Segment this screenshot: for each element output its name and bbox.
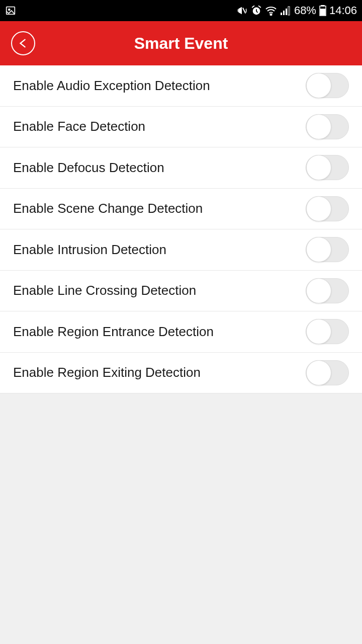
svg-line-2 (243, 8, 246, 14)
svg-point-8 (270, 14, 272, 16)
svg-rect-10 (283, 11, 285, 15)
toggle-scene-change[interactable] (306, 196, 349, 221)
setting-line-crossing: Enable Line Crossing Detection (0, 271, 362, 312)
setting-region-exiting: Enable Region Exiting Detection (0, 353, 362, 394)
toggle-intrusion-detection[interactable] (306, 237, 349, 262)
svg-point-1 (9, 9, 10, 11)
status-left (5, 5, 16, 16)
toggle-defocus-detection[interactable] (306, 155, 349, 180)
battery-icon (319, 5, 326, 16)
page-title: Smart Event (0, 34, 362, 53)
svg-rect-9 (281, 13, 282, 15)
app-header: Smart Event (0, 21, 362, 65)
toggle-knob (306, 73, 331, 98)
toggle-knob (306, 237, 331, 262)
svg-rect-11 (286, 9, 287, 15)
signal-icon (280, 6, 291, 16)
vibrate-icon (236, 5, 248, 16)
setting-label: Enable Region Entrance Detection (13, 324, 214, 340)
status-right: 68% 14:06 (236, 4, 357, 17)
setting-label: Enable Audio Exception Detection (13, 78, 210, 94)
battery-percent: 68% (294, 4, 316, 17)
setting-face-detection: Enable Face Detection (0, 107, 362, 148)
setting-defocus-detection: Enable Defocus Detection (0, 147, 362, 189)
setting-region-entrance: Enable Region Entrance Detection (0, 311, 362, 353)
setting-label: Enable Line Crossing Detection (13, 283, 196, 298)
svg-rect-12 (288, 7, 290, 15)
toggle-knob (306, 319, 331, 344)
toggle-audio-exception[interactable] (306, 73, 349, 98)
toggle-region-exiting[interactable] (306, 360, 349, 385)
setting-label: Enable Region Exiting Detection (13, 365, 201, 380)
toggle-knob (306, 360, 331, 385)
setting-scene-change: Enable Scene Change Detection (0, 189, 362, 230)
empty-area (0, 393, 362, 644)
clock-time: 14:06 (329, 4, 357, 17)
alarm-icon (251, 5, 262, 16)
svg-rect-15 (320, 9, 325, 15)
toggle-knob (306, 155, 331, 180)
svg-line-3 (252, 6, 254, 8)
setting-intrusion-detection: Enable Intrusion Detection (0, 229, 362, 271)
toggle-line-crossing[interactable] (306, 278, 349, 303)
toggle-knob (306, 278, 331, 303)
toggle-face-detection[interactable] (306, 114, 349, 139)
wifi-icon (265, 6, 277, 16)
setting-label: Enable Intrusion Detection (13, 242, 166, 258)
setting-label: Enable Scene Change Detection (13, 201, 203, 216)
svg-line-4 (258, 6, 260, 8)
image-icon (5, 5, 16, 16)
toggle-knob (306, 114, 331, 139)
setting-audio-exception: Enable Audio Exception Detection (0, 65, 362, 107)
settings-list: Enable Audio Exception Detection Enable … (0, 65, 362, 393)
toggle-region-entrance[interactable] (306, 319, 349, 344)
setting-label: Enable Face Detection (13, 119, 145, 134)
status-bar: 68% 14:06 (0, 0, 362, 21)
toggle-knob (306, 196, 331, 221)
back-button[interactable] (11, 31, 35, 55)
setting-label: Enable Defocus Detection (13, 160, 164, 176)
